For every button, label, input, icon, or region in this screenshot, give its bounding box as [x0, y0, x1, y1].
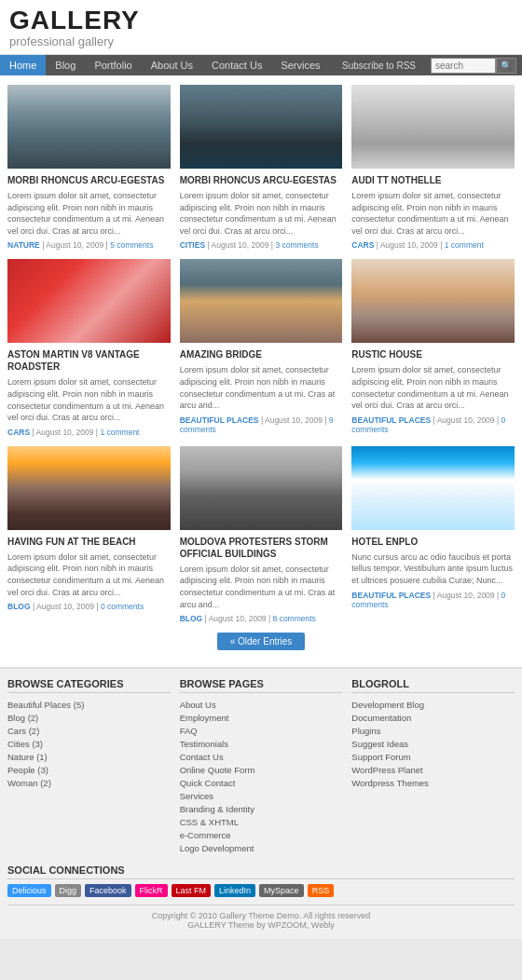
list-item: About Us	[180, 699, 343, 710]
list-item: Woman (2)	[7, 777, 171, 788]
nav-item-contact-us[interactable]: Contact Us	[202, 55, 271, 75]
footer-link[interactable]: Quick Contact	[180, 778, 236, 788]
post-category[interactable]: CARS	[351, 240, 374, 250]
footer-link[interactable]: Employment	[180, 713, 229, 723]
footer-link[interactable]: Beautiful Places (5)	[7, 700, 84, 710]
nav-link[interactable]: Home	[0, 55, 46, 75]
post-comments[interactable]: 0 comments	[101, 602, 144, 611]
social-button-flickr[interactable]: FlickR	[135, 884, 168, 897]
footer-link[interactable]: Logo Development	[180, 843, 254, 853]
post-category[interactable]: CITIES	[180, 240, 205, 250]
post-date: August 10, 2009	[380, 240, 438, 250]
post-thumbnail[interactable]	[7, 85, 171, 169]
footer-link[interactable]: Woman (2)	[7, 778, 51, 788]
nav-link[interactable]: About Us	[142, 55, 202, 75]
list-item: Logo Development	[180, 842, 343, 853]
post-comments[interactable]: 3 comments	[275, 240, 318, 250]
post-meta: BLOG | August 10, 2009 | 0 comments	[7, 602, 171, 611]
post-date: August 10, 2009	[36, 428, 94, 437]
social-button-facebook[interactable]: Facebook	[85, 884, 131, 897]
post-meta: CARS | August 10, 2009 | 1 comment	[7, 428, 171, 437]
post-thumbnail[interactable]	[180, 259, 343, 343]
footer-link[interactable]: Contact Us	[180, 752, 224, 762]
post-comments[interactable]: 5 comments	[110, 240, 153, 250]
footer-col-heading: BLOGROLL	[351, 678, 515, 693]
post-thumbnail[interactable]	[180, 85, 343, 169]
post-thumbnail[interactable]	[7, 259, 171, 343]
post-comments[interactable]: 1 comment	[100, 428, 139, 437]
footer-link[interactable]: Online Quote Form	[180, 765, 255, 775]
footer-link[interactable]: Services	[180, 791, 213, 801]
post-excerpt: Lorem ipsum dolor sit amet, consectetur …	[180, 364, 343, 411]
footer-link[interactable]: CSS & XHTML	[180, 817, 239, 827]
search-button[interactable]: 🔍	[496, 58, 516, 74]
footer-link[interactable]: e-Commerce	[180, 830, 231, 840]
post-category[interactable]: BEAUTIFUL PLACES	[351, 591, 431, 600]
post-category[interactable]: CARS	[7, 428, 30, 437]
footer-link[interactable]: Development Blog	[351, 700, 424, 710]
nav-item-home[interactable]: Home	[0, 55, 46, 75]
footer-link[interactable]: Documentation	[351, 713, 411, 723]
post-thumbnail[interactable]	[351, 85, 515, 169]
post-meta: BEAUTIFUL PLACES | August 10, 2009 | 9 c…	[180, 415, 343, 434]
nav-link[interactable]: Blog	[46, 55, 85, 75]
post-thumbnail[interactable]	[7, 446, 171, 530]
nav-link[interactable]: Services	[271, 55, 329, 75]
post-title: HAVING FUN AT THE BEACH	[7, 536, 171, 548]
post-thumbnail[interactable]	[351, 259, 515, 343]
footer-link[interactable]: FAQ	[180, 726, 198, 736]
post-date: August 10, 2009	[209, 614, 267, 623]
list-item: People (3)	[7, 764, 171, 775]
footer-link[interactable]: Blog (2)	[7, 713, 38, 723]
social-button-last-fm[interactable]: Last FM	[172, 884, 212, 897]
post-category[interactable]: BLOG	[180, 614, 203, 623]
footer-link[interactable]: Cities (3)	[7, 739, 43, 749]
social-button-delicious[interactable]: Delicious	[7, 884, 51, 897]
social-button-rss[interactable]: RSS	[308, 884, 335, 897]
list-item: Cars (2)	[7, 725, 171, 736]
footer-link[interactable]: Support Forum	[351, 752, 410, 762]
nav-item-portfolio[interactable]: Portfolio	[85, 55, 141, 75]
nav-item-about-us[interactable]: About Us	[142, 55, 202, 75]
footer-link[interactable]: Wordpress Themes	[351, 778, 429, 788]
post-meta: BEAUTIFUL PLACES | August 10, 2009 | 0 c…	[351, 415, 515, 434]
footer-link[interactable]: WordPress Planet	[351, 765, 422, 775]
footer-col-list: Beautiful Places (5)Blog (2)Cars (2)Citi…	[7, 699, 171, 788]
footer-link[interactable]: People (3)	[7, 765, 48, 775]
social-button-myspace[interactable]: MySpace	[259, 884, 304, 897]
nav-item-services[interactable]: Services	[271, 55, 329, 75]
post-item: ASTON MARTIN V8 VANTAGE ROADSTER Lorem i…	[7, 259, 171, 436]
nav-item-blog[interactable]: Blog	[46, 55, 85, 75]
footer: BROWSE CATEGORIESBeautiful Places (5)Blo…	[0, 667, 522, 939]
post-meta: BEAUTIFUL PLACES | August 10, 2009 | 0 c…	[351, 591, 515, 609]
post-category[interactable]: BLOG	[7, 602, 31, 611]
older-entries-button[interactable]: « Older Entries	[217, 633, 306, 650]
list-item: WordPress Planet	[351, 764, 515, 775]
post-category[interactable]: BEAUTIFUL PLACES	[180, 415, 259, 425]
list-item: e-Commerce	[180, 829, 343, 840]
footer-link[interactable]: Suggest Ideas	[351, 739, 408, 749]
footer-link[interactable]: Nature (1)	[7, 752, 48, 762]
search-input[interactable]	[431, 58, 496, 74]
nav-link[interactable]: Contact Us	[202, 55, 271, 75]
footer-link[interactable]: Branding & Identity	[180, 804, 254, 814]
footer-link[interactable]: About Us	[180, 700, 216, 710]
post-thumbnail[interactable]	[180, 446, 343, 530]
footer-link[interactable]: Testimonials	[180, 739, 228, 749]
nav-link[interactable]: Portfolio	[85, 55, 141, 75]
social-button-digg[interactable]: Digg	[55, 884, 82, 897]
list-item: FAQ	[180, 725, 343, 736]
main-nav: HomeBlogPortfolioAbout UsContact UsServi…	[0, 55, 522, 75]
footer-link[interactable]: Plugins	[351, 726, 380, 736]
post-comments[interactable]: 1 comment	[445, 240, 484, 250]
rss-link[interactable]: Subscribe to RSS	[333, 56, 425, 75]
list-item: Suggest Ideas	[351, 738, 515, 749]
credits: GALLERY Theme by WPZOOM, Webly	[187, 920, 334, 930]
post-category[interactable]: NATURE	[7, 240, 40, 250]
post-category[interactable]: BEAUTIFUL PLACES	[351, 415, 431, 425]
pagination: « Older Entries	[7, 633, 515, 650]
social-button-linkedin[interactable]: LinkedIn	[214, 884, 255, 897]
post-thumbnail[interactable]	[351, 446, 515, 530]
footer-link[interactable]: Cars (2)	[7, 726, 39, 736]
post-comments[interactable]: 8 comments	[273, 614, 316, 623]
